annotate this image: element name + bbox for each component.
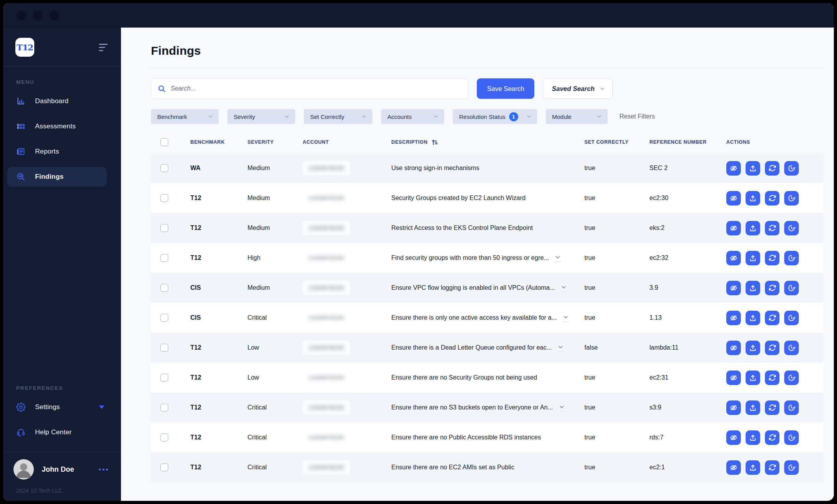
filter-resolution-status[interactable]: Resolution Status 1 <box>453 109 537 124</box>
row-checkbox[interactable] <box>160 194 168 202</box>
history-button[interactable] <box>784 460 799 475</box>
history-button[interactable] <box>784 430 799 445</box>
history-button[interactable] <box>784 371 799 385</box>
hide-finding-button[interactable] <box>726 460 741 475</box>
findings-table-body: WA Medium 216306762/30 Use strong sign-i… <box>151 153 824 482</box>
user-menu[interactable]: John Doe <box>13 459 108 480</box>
filter-benchmark[interactable]: Benchmark <box>151 109 219 124</box>
window-minimize-button[interactable] <box>33 11 43 20</box>
row-checkbox[interactable] <box>160 314 168 322</box>
rescan-finding-button[interactable] <box>765 281 779 295</box>
rescan-finding-button[interactable] <box>765 221 779 235</box>
eye-slash-icon <box>729 404 738 412</box>
hide-finding-button[interactable] <box>726 430 741 445</box>
export-finding-button[interactable] <box>746 281 760 295</box>
sidebar-item-help-center[interactable]: Help Center <box>7 422 107 442</box>
rescan-finding-button[interactable] <box>765 460 779 475</box>
export-finding-button[interactable] <box>746 161 760 176</box>
row-checkbox[interactable] <box>160 463 168 471</box>
expand-description-icon[interactable] <box>554 254 561 262</box>
history-button[interactable] <box>784 161 799 176</box>
rescan-finding-button[interactable] <box>765 161 779 176</box>
description-cell: Ensure there is only one active access k… <box>391 314 584 322</box>
filter-severity[interactable]: Severity <box>227 109 295 124</box>
ellipsis-icon[interactable] <box>99 466 108 473</box>
hide-finding-button[interactable] <box>726 221 741 235</box>
header-divider <box>151 68 824 68</box>
hide-finding-button[interactable] <box>726 161 741 176</box>
hide-finding-button[interactable] <box>726 191 741 206</box>
sidebar-item-reports[interactable]: Reports <box>7 142 107 161</box>
history-button[interactable] <box>784 281 799 295</box>
row-checkbox[interactable] <box>160 344 168 352</box>
table-row: CIS Medium 216306762/30 Ensure VPC flow … <box>151 273 824 303</box>
set-correctly-cell: true <box>584 284 649 291</box>
sidebar-item-dashboard[interactable]: Dashboard <box>7 91 107 111</box>
sidebar-collapse-icon[interactable] <box>99 42 108 53</box>
sort-ascending-icon[interactable] <box>431 139 439 146</box>
export-finding-button[interactable] <box>746 460 760 475</box>
rescan-finding-button[interactable] <box>765 341 779 355</box>
export-finding-button[interactable] <box>746 221 760 235</box>
hide-finding-button[interactable] <box>726 311 741 325</box>
window-close-button[interactable] <box>17 11 26 20</box>
export-finding-button[interactable] <box>746 341 760 355</box>
hide-finding-button[interactable] <box>726 281 741 295</box>
row-checkbox[interactable] <box>160 164 168 172</box>
history-button[interactable] <box>784 221 799 235</box>
rescan-finding-button[interactable] <box>765 430 779 445</box>
history-button[interactable] <box>784 400 799 415</box>
export-finding-button[interactable] <box>746 251 760 265</box>
row-checkbox[interactable] <box>160 284 168 292</box>
row-checkbox[interactable] <box>160 434 168 441</box>
rescan-finding-button[interactable] <box>765 311 779 325</box>
row-checkbox[interactable] <box>160 224 168 232</box>
window-maximize-button[interactable] <box>50 11 59 20</box>
select-all-checkbox[interactable] <box>160 138 168 146</box>
export-finding-button[interactable] <box>746 371 760 385</box>
hide-finding-button[interactable] <box>726 400 741 415</box>
rescan-finding-button[interactable] <box>765 400 779 415</box>
expand-description-icon[interactable] <box>558 404 565 412</box>
export-finding-button[interactable] <box>746 311 760 325</box>
set-correctly-cell: true <box>584 314 649 321</box>
export-finding-button[interactable] <box>746 191 760 206</box>
hide-finding-button[interactable] <box>726 341 741 355</box>
rescan-finding-button[interactable] <box>765 371 779 385</box>
redacted-account-value: 216306762/30 <box>309 404 344 411</box>
actions-cell <box>726 191 824 206</box>
history-button[interactable] <box>784 251 799 265</box>
chevron-down-icon[interactable] <box>99 406 104 409</box>
history-button[interactable] <box>784 341 799 355</box>
sidebar-item-settings[interactable]: Settings <box>7 397 107 417</box>
hide-finding-button[interactable] <box>726 251 741 265</box>
column-header-reference-number: REFERENCE NUMBER <box>649 139 726 145</box>
hide-finding-button[interactable] <box>726 371 741 385</box>
rescan-finding-button[interactable] <box>765 191 779 206</box>
expand-description-icon[interactable] <box>560 284 567 292</box>
export-finding-button[interactable] <box>746 430 760 445</box>
redacted-account-value: 216306762/30 <box>309 434 344 441</box>
expand-description-icon[interactable] <box>557 344 564 352</box>
filter-set-correctly[interactable]: Set Correctly <box>304 109 372 124</box>
expand-description-icon[interactable] <box>562 314 569 322</box>
reset-filters-button[interactable]: Reset Filters <box>619 113 655 120</box>
sidebar-item-findings[interactable]: Findings <box>7 167 107 187</box>
history-button[interactable] <box>784 191 799 206</box>
reference-number-cell: rds:7 <box>649 434 726 441</box>
export-finding-button[interactable] <box>746 400 760 415</box>
row-checkbox[interactable] <box>160 404 168 411</box>
save-search-button[interactable]: Save Search <box>477 78 534 99</box>
reference-number-cell: s3:9 <box>649 404 726 411</box>
account-cell: 216306762/30 <box>303 400 391 415</box>
history-button[interactable] <box>784 311 799 325</box>
rescan-finding-button[interactable] <box>765 251 779 265</box>
search-input[interactable] <box>171 85 462 92</box>
row-checkbox[interactable] <box>160 254 168 262</box>
redacted-account-value: 216306762/30 <box>309 464 344 471</box>
row-checkbox[interactable] <box>160 374 168 382</box>
filter-accounts[interactable]: Accounts <box>381 109 444 124</box>
saved-search-dropdown[interactable]: Saved Search <box>543 78 612 99</box>
filter-module[interactable]: Module <box>546 109 608 124</box>
sidebar-item-assessments[interactable]: Assessments <box>7 117 107 136</box>
